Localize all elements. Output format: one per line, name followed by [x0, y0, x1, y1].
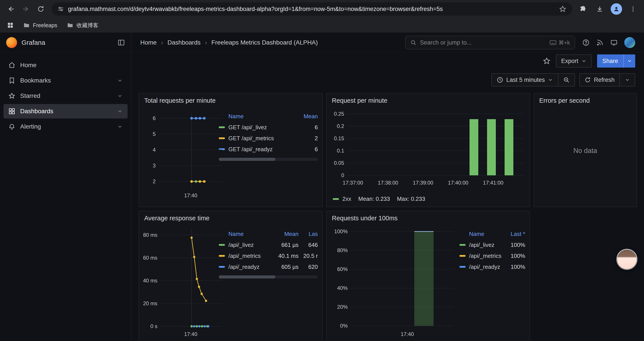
svg-text:100%: 100%	[334, 228, 348, 234]
sidebar-item-bookmarks[interactable]: Bookmarks	[4, 73, 128, 88]
series-name: /api/_livez	[469, 242, 494, 248]
legend-series-metrics[interactable]: /api/_metrics	[219, 253, 273, 259]
user-avatar[interactable]	[624, 37, 635, 48]
panel-title[interactable]: Errors per second	[534, 94, 636, 105]
share-menu-button[interactable]	[624, 55, 635, 68]
legend-series-readyz[interactable]: /api/_readyz	[219, 263, 273, 270]
sidebar-item-label: Dashboards	[20, 108, 53, 115]
legend-header-name[interactable]: Name	[460, 231, 504, 237]
omnibox[interactable]	[52, 3, 572, 16]
legend-scrollbar[interactable]	[219, 158, 318, 161]
collapse-sidebar-icon[interactable]	[118, 39, 125, 46]
bookmark-icon	[8, 77, 15, 84]
bookmark-item-blog[interactable]: 收藏博客	[67, 22, 98, 29]
brand-title: Grafana	[22, 39, 113, 46]
panel-title[interactable]: Total requests per minute	[139, 94, 322, 105]
legend-scrollbar[interactable]	[219, 275, 318, 278]
legend-row: /api/_metrics 40.1 ms 20.5 r	[219, 250, 318, 261]
apps-grid-icon[interactable]	[7, 22, 14, 29]
refresh-icon	[584, 77, 591, 83]
site-settings-icon[interactable]	[58, 6, 64, 12]
shortcut-label: ⌘+k	[558, 40, 570, 46]
series-mean: 40.1 ms	[273, 253, 298, 259]
sidebar-item-home[interactable]: Home	[4, 58, 128, 72]
svg-text:4: 4	[153, 147, 156, 153]
share-button[interactable]: Share	[597, 55, 624, 68]
sidebar-item-dashboards[interactable]: Dashboards	[4, 104, 128, 119]
legend-table: Name Mean GET /api/_livez 6 GET /api/_me…	[219, 105, 319, 207]
legend-series-livez[interactable]: /api/_livez	[219, 242, 273, 248]
refresh-button[interactable]: Refresh	[579, 73, 620, 87]
legend-header-name[interactable]: Name	[219, 231, 273, 237]
extensions-icon	[579, 5, 587, 13]
download-icon	[596, 5, 604, 13]
grafana-header: Home › Dashboards › Freeleaps Metrics Da…	[132, 33, 644, 53]
legend-series-livez[interactable]: /api/_livez	[460, 242, 504, 248]
breadcrumb-home[interactable]: Home	[140, 39, 157, 46]
scrollbar-thumb[interactable]	[219, 158, 275, 161]
legend-series-metrics[interactable]: /api/_metrics	[460, 253, 504, 259]
forward-button[interactable]	[19, 3, 32, 16]
back-button[interactable]	[4, 3, 18, 16]
legend-header-last[interactable]: Last *	[504, 231, 525, 237]
breadcrumb-dashboards[interactable]: Dashboards	[168, 39, 200, 46]
legend-series-metrics[interactable]: GET /api/_metrics	[219, 135, 297, 142]
panel-body: 0.25 0.2 0.15 0.1 0.05 0 17:37:00	[326, 105, 530, 207]
export-button[interactable]: Export	[556, 55, 592, 68]
zoom-out-button[interactable]	[558, 73, 575, 87]
svg-text:17:39:00: 17:39:00	[413, 180, 433, 186]
downloads-button[interactable]	[593, 3, 606, 16]
legend-header-last[interactable]: Las	[298, 231, 318, 237]
legend-header-name[interactable]: Name	[219, 113, 297, 120]
legend-row: /api/_readyz 100%	[460, 261, 525, 272]
dashboards-icon	[8, 108, 15, 115]
scrollbar-thumb[interactable]	[219, 275, 275, 278]
svg-text:17:40: 17:40	[184, 331, 197, 337]
legend-series-livez[interactable]: GET /api/_livez	[219, 124, 297, 131]
panel-title[interactable]: Request per minute	[326, 94, 530, 105]
legend-series-2xx[interactable]: 2xx	[342, 195, 351, 202]
sidebar-item-starred[interactable]: Starred	[4, 89, 128, 103]
refresh-interval-button[interactable]	[620, 73, 635, 87]
legend-header-mean[interactable]: Mean	[297, 113, 318, 120]
panel-title[interactable]: Average response time	[139, 211, 322, 223]
assistant-avatar-widget[interactable]	[617, 250, 636, 269]
browser-toolbar	[0, 0, 644, 18]
news-rss-icon[interactable]	[596, 39, 604, 46]
chevron-down-icon[interactable]	[117, 78, 123, 83]
legend-header-mean[interactable]: Mean	[273, 231, 298, 237]
chevron-down-icon[interactable]	[117, 108, 123, 114]
series-swatch-green	[333, 198, 339, 200]
back-icon	[7, 5, 15, 13]
url-input[interactable]	[68, 6, 555, 13]
search-box[interactable]: ⌘+k	[405, 36, 575, 49]
time-range-button[interactable]: Last 5 minutes	[492, 73, 558, 87]
bookmark-star-icon[interactable]	[559, 5, 566, 13]
help-icon[interactable]	[582, 39, 590, 46]
reload-button[interactable]	[34, 3, 47, 16]
chevron-down-icon[interactable]	[117, 93, 123, 99]
grafana-logo[interactable]	[6, 37, 17, 48]
sidebar-item-label: Home	[20, 62, 36, 69]
bookmark-label: 收藏博客	[76, 22, 98, 29]
share-label: Share	[602, 58, 618, 65]
svg-text:17:37:00: 17:37:00	[342, 180, 363, 186]
search-input[interactable]	[420, 39, 546, 46]
breadcrumb-separator: ›	[161, 39, 163, 46]
grafana-app: Grafana Home Bookmarks Starred	[0, 33, 644, 341]
series-swatch-yellow	[460, 255, 466, 257]
bookmark-item-freeleaps[interactable]: Freeleaps	[23, 22, 57, 29]
svg-text:0.2: 0.2	[337, 123, 344, 129]
favorite-star-icon[interactable]	[543, 57, 550, 65]
browser-menu-button[interactable]	[626, 3, 640, 16]
extensions-button[interactable]	[576, 3, 590, 16]
sidebar-item-alerting[interactable]: Alerting	[4, 119, 128, 134]
total-requests-chart: 6 5 4 3 2 17:40	[142, 105, 219, 207]
svg-text:0%: 0%	[340, 323, 348, 329]
tv-kiosk-icon[interactable]	[610, 39, 618, 46]
legend-series-readyz[interactable]: /api/_readyz	[460, 263, 504, 270]
chevron-down-icon[interactable]	[117, 124, 123, 129]
panel-title[interactable]: Requests under 100ms	[326, 211, 530, 223]
profile-button[interactable]	[610, 3, 623, 16]
legend-series-readyz[interactable]: GET /api/_readyz	[219, 146, 297, 153]
